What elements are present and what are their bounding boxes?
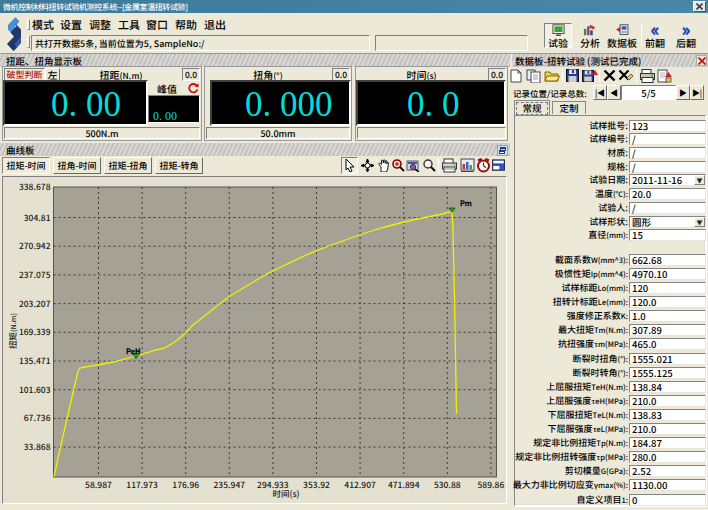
svg-text:67.736: 67.736 xyxy=(24,411,51,423)
svg-text:PeH: PeH xyxy=(126,345,141,356)
svg-text:135.471: 135.471 xyxy=(19,354,51,366)
svg-text:58.987: 58.987 xyxy=(85,478,112,490)
svg-text:176.96: 176.96 xyxy=(172,478,199,490)
svg-text:101.603: 101.603 xyxy=(19,383,51,395)
svg-text:117.973: 117.973 xyxy=(126,478,158,490)
svg-text:33.868: 33.868 xyxy=(24,440,51,452)
svg-text:时间(s): 时间(s) xyxy=(272,487,299,499)
svg-text:235.947: 235.947 xyxy=(213,478,245,490)
svg-text:353.92: 353.92 xyxy=(303,478,330,490)
svg-text:Pm: Pm xyxy=(460,197,472,208)
svg-text:530.88: 530.88 xyxy=(434,478,461,490)
svg-text:270.942: 270.942 xyxy=(19,239,51,251)
svg-text:237.075: 237.075 xyxy=(19,268,51,280)
svg-text:203.207: 203.207 xyxy=(19,297,51,309)
svg-text:412.907: 412.907 xyxy=(344,478,376,490)
svg-text:338.678: 338.678 xyxy=(19,180,51,192)
svg-text:304.81: 304.81 xyxy=(24,211,51,223)
svg-text:扭矩(N.m): 扭矩(N.m) xyxy=(6,313,18,349)
svg-text:589.86: 589.86 xyxy=(478,478,505,490)
svg-text:471.894: 471.894 xyxy=(388,478,420,490)
svg-text:169.339: 169.339 xyxy=(19,325,51,337)
